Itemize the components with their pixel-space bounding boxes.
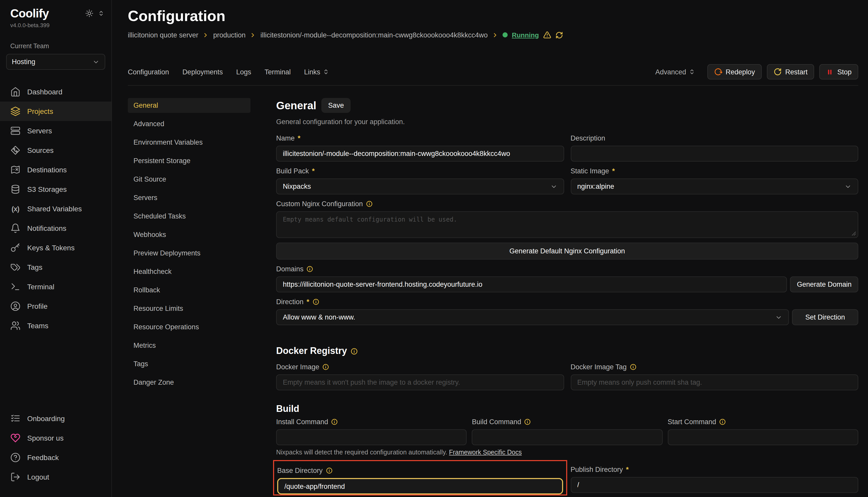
subnav-tags[interactable]: Tags [128,356,250,371]
sidebar-item-profile[interactable]: Profile [0,296,111,316]
sidebar-item-label: Sources [27,146,54,154]
sidebar-item-feedback[interactable]: Feedback [0,448,111,467]
build-command-input[interactable] [472,429,663,445]
domains-input[interactable] [276,276,787,292]
publish-directory-label: Publish Directory [570,466,623,473]
base-directory-highlight-box: Base Directory [273,460,567,495]
stop-label: Stop [837,68,852,76]
breadcrumb-environment[interactable]: production [213,31,246,39]
subnav-git-source[interactable]: Git Source [128,172,250,187]
sidebar-item-destinations[interactable]: Destinations [0,160,111,180]
generate-domain-button[interactable]: Generate Domain [790,276,858,292]
sidebar-item-terminal[interactable]: Terminal [0,277,111,296]
advanced-dropdown-label: Advanced [655,68,686,76]
subnav-resource-operations[interactable]: Resource Operations [128,320,250,335]
tab-terminal[interactable]: Terminal [265,68,291,76]
refresh-status-icon[interactable] [555,31,563,39]
subnav-danger-zone[interactable]: Danger Zone [128,375,250,390]
static-image-select[interactable]: nginx:alpine [570,179,858,194]
stop-button[interactable]: Stop [819,64,858,80]
sidebar-item-teams[interactable]: Teams [0,316,111,336]
base-directory-input[interactable] [277,478,563,494]
framework-docs-link[interactable]: Framework Specific Docs [449,449,522,456]
subnav-resource-limits[interactable]: Resource Limits [128,301,250,316]
subnav-scheduled-tasks[interactable]: Scheduled Tasks [128,209,250,224]
tab-logs[interactable]: Logs [236,68,251,76]
subnav-metrics[interactable]: Metrics [128,338,250,353]
publish-directory-input[interactable] [570,477,858,493]
resize-handle[interactable] [852,231,856,236]
subnav-environment-variables[interactable]: Environment Variables [128,135,250,150]
custom-nginx-textarea[interactable]: Empty means default configuration will b… [276,211,858,238]
tab-deployments[interactable]: Deployments [182,68,223,76]
static-image-label: Static Image [570,167,609,175]
sidebar-item-projects[interactable]: Projects [0,102,111,121]
subnav-persistent-storage[interactable]: Persistent Storage [128,153,250,168]
sidebar-item-logout[interactable]: Logout [0,467,111,487]
chevron-down-icon [844,183,852,190]
breadcrumb-project[interactable]: illicitonion quote server [128,31,198,39]
status-running-link[interactable]: Running [512,31,539,39]
subnav-preview-deployments[interactable]: Preview Deployments [128,246,250,260]
info-icon[interactable] [366,200,373,207]
app-logo: Coolify [10,6,49,20]
team-select[interactable]: Hosting [6,54,105,70]
info-icon[interactable] [326,467,332,474]
advanced-dropdown[interactable]: Advanced [655,68,695,76]
save-button[interactable]: Save [321,98,350,113]
sidebar-collapse-chevrons-icon[interactable] [98,10,104,16]
subnav-general[interactable]: General [128,98,250,113]
sidebar-item-s3-storages[interactable]: S3 Storages [0,180,111,199]
info-icon[interactable] [524,418,531,425]
install-command-input[interactable] [276,429,467,445]
description-label: Description [570,134,605,142]
sidebar-item-shared-variables[interactable]: (x) Shared Variables [0,199,111,218]
redeploy-button[interactable]: Redeploy [707,64,761,80]
docker-image-label: Docker Image [276,363,319,371]
start-command-field: Start Command [667,417,858,445]
tab-configuration[interactable]: Configuration [128,68,169,76]
start-command-input[interactable] [667,429,858,445]
name-input[interactable] [276,146,564,161]
theme-sun-icon[interactable] [85,9,93,17]
sidebar-item-dashboard[interactable]: Dashboard [0,82,111,102]
log-out-icon [10,472,20,482]
info-icon[interactable] [331,418,338,425]
sidebar-item-label: Destinations [27,166,67,174]
build-pack-select[interactable]: Nixpacks [276,179,564,194]
sidebar-item-keys-tokens[interactable]: Keys & Tokens [0,238,111,257]
sidebar-item-notifications[interactable]: Notifications [0,218,111,238]
sidebar-item-servers[interactable]: Servers [0,121,111,141]
sidebar-item-onboarding[interactable]: Onboarding [0,409,111,428]
restart-button[interactable]: Restart [767,64,814,80]
current-team-label: Current Team [10,43,105,50]
sidebar-item-tags[interactable]: Tags [0,257,111,277]
subnav-advanced[interactable]: Advanced [128,116,250,131]
subnav-webhooks[interactable]: Webhooks [128,227,250,242]
docker-image-input[interactable] [276,374,564,390]
domains-field: Domains Generate Domain [276,265,858,292]
tab-links[interactable]: Links [304,68,329,76]
docker-image-tag-input[interactable] [570,374,858,390]
set-direction-button[interactable]: Set Direction [792,309,858,325]
subnav-healthcheck[interactable]: Healthcheck [128,264,250,279]
subnav-rollback[interactable]: Rollback [128,283,250,297]
sidebar-item-label: Sponsor us [27,434,64,442]
breadcrumb-application[interactable]: illicitestonion/-module--decomposition:m… [261,31,488,39]
generate-nginx-config-button[interactable]: Generate Default Nginx Configuration [276,243,858,259]
sidebar-item-sources[interactable]: Sources [0,141,111,160]
info-icon[interactable] [307,266,313,272]
warning-triangle-icon[interactable] [543,31,551,39]
info-icon[interactable] [312,298,319,305]
info-icon[interactable] [630,364,636,370]
restart-label: Restart [785,68,808,76]
custom-nginx-label: Custom Nginx Configuration [276,200,363,208]
info-icon[interactable] [350,347,358,355]
description-input[interactable] [570,146,858,161]
direction-select[interactable]: Allow www & non-www. [276,309,789,325]
build-command-label: Build Command [472,418,521,425]
info-icon[interactable] [322,364,329,370]
subnav-servers[interactable]: Servers [128,190,250,205]
sidebar-item-sponsor-us[interactable]: Sponsor us [0,428,111,448]
info-icon[interactable] [719,418,726,425]
